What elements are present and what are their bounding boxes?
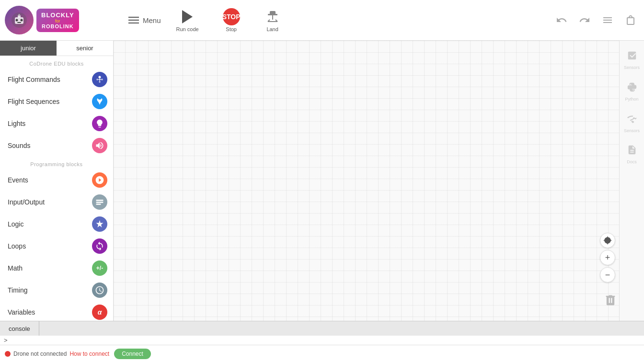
center-view-button[interactable] — [600, 233, 615, 248]
hamburger-icon — [128, 17, 139, 23]
python-label: Python — [625, 97, 638, 102]
console-tab[interactable]: console — [0, 321, 39, 336]
how-to-connect-link[interactable]: How to connect — [69, 351, 109, 357]
svg-point-15 — [101, 79, 103, 80]
menu-lines-button[interactable] — [599, 11, 616, 29]
sidebar-tabs: junior senior — [0, 41, 113, 56]
logo-blockly-text: BLOCKLY — [41, 11, 74, 19]
bag-button[interactable] — [622, 11, 639, 29]
stop-label: Stop — [226, 26, 237, 32]
math-icon: +/- — [92, 260, 107, 276]
flight-commands-label: Flight Commands — [8, 76, 60, 83]
sidebar-item-math[interactable]: Math +/- — [0, 257, 113, 279]
status-dot — [5, 351, 11, 357]
stop-button[interactable]: STOP Stop — [218, 6, 245, 34]
sounds-icon — [92, 138, 107, 153]
sidebar-item-events[interactable]: Events — [0, 169, 113, 191]
land-button[interactable]: Land — [259, 6, 286, 34]
sensors-label: Sensors — [624, 65, 640, 70]
logo-for-text: for — [55, 19, 60, 23]
zoom-out-icon: − — [605, 270, 610, 280]
svg-point-13 — [99, 76, 101, 79]
flight-sequences-icon — [92, 94, 107, 109]
sidebar-item-lights[interactable]: Lights — [0, 113, 113, 135]
console-input[interactable] — [11, 337, 640, 344]
zoom-in-button[interactable]: + — [600, 250, 615, 265]
land-label: Land — [266, 26, 278, 32]
sidebar-item-timing[interactable]: Timing — [0, 279, 113, 301]
right-panel-docs-button[interactable]: Docs — [620, 139, 644, 170]
docs-label: Docs — [627, 159, 637, 165]
trash-button[interactable] — [604, 293, 617, 311]
right-panel-sensors2-button[interactable]: Sensors — [620, 108, 644, 139]
console-tabs: console — [0, 321, 644, 336]
events-label: Events — [8, 176, 28, 184]
docs-icon — [627, 145, 637, 158]
zoom-controls: + − — [600, 233, 615, 283]
math-label: Math — [8, 264, 23, 272]
sidebar-item-logic[interactable]: Logic — [0, 213, 113, 235]
svg-point-16 — [99, 81, 100, 82]
logic-label: Logic — [8, 220, 23, 228]
loops-icon — [92, 238, 107, 254]
sensors-icon — [627, 50, 637, 64]
stop-text: STOP — [222, 13, 241, 21]
right-panel-sensors-button[interactable]: Sensors — [620, 45, 644, 76]
zoom-in-icon: + — [605, 253, 610, 263]
redo-button[interactable] — [576, 11, 593, 29]
input-output-label: Input/Output — [8, 198, 45, 206]
python-icon — [627, 82, 637, 95]
drone-status: Drone not connected How to connect — [5, 351, 109, 357]
main-area: junior senior CoDrone EDU blocks Flight … — [0, 41, 644, 321]
logo-robot-icon — [5, 6, 34, 34]
run-code-button[interactable]: Run code — [172, 6, 204, 34]
sounds-label: Sounds — [8, 142, 30, 149]
sidebar-item-loops[interactable]: Loops — [0, 235, 113, 257]
sensors2-icon — [627, 113, 637, 127]
toolbar: BLOCKLY for ROBOLINK Menu Run code STOP … — [0, 0, 644, 41]
tab-senior[interactable]: senior — [57, 41, 113, 56]
logo-robolink-text: ROBOLINK — [42, 23, 74, 29]
sidebar: junior senior CoDrone EDU blocks Flight … — [0, 41, 114, 321]
svg-rect-21 — [96, 204, 101, 205]
variables-symbol: α — [98, 308, 102, 316]
cadrone-section-label: CoDrone EDU blocks — [0, 56, 113, 68]
stop-icon: STOP — [223, 8, 240, 25]
menu-button[interactable]: Menu — [123, 12, 167, 28]
sensors2-label: Sensors — [624, 128, 640, 134]
console-prompt: > — [4, 337, 8, 344]
sidebar-item-sounds[interactable]: Sounds — [0, 135, 113, 157]
input-output-icon — [92, 194, 107, 210]
right-panel-python-button[interactable]: Python — [620, 76, 644, 108]
run-icon — [179, 8, 196, 25]
undo-button[interactable] — [553, 11, 570, 29]
console-area: console > — [0, 321, 644, 345]
timing-icon — [92, 283, 107, 298]
status-bar: Drone not connected How to connect Conne… — [0, 345, 644, 362]
connect-button[interactable]: Connect — [114, 349, 151, 359]
tab-junior[interactable]: junior — [0, 41, 57, 56]
sidebar-item-input-output[interactable]: Input/Output — [0, 191, 113, 213]
sidebar-item-variables[interactable]: Variables α — [0, 301, 113, 321]
logo-blockly: BLOCKLY for ROBOLINK — [36, 9, 79, 32]
variables-label: Variables — [8, 308, 35, 316]
flight-commands-icon — [92, 72, 107, 87]
timing-label: Timing — [8, 286, 28, 294]
zoom-out-button[interactable]: − — [600, 267, 615, 283]
land-icon — [264, 8, 281, 25]
loops-label: Loops — [8, 242, 26, 250]
menu-label: Menu — [143, 16, 161, 24]
svg-rect-4 — [17, 22, 21, 23]
workspace[interactable]: + − — [114, 41, 644, 321]
logo-area: BLOCKLY for ROBOLINK — [5, 6, 118, 34]
svg-point-2 — [16, 19, 18, 22]
svg-point-3 — [21, 19, 23, 22]
sidebar-item-flight-sequences[interactable]: Flight Sequences — [0, 90, 113, 113]
console-input-area: > — [0, 336, 644, 345]
right-panel: Sensors Python Sensors — [619, 41, 644, 321]
flight-sequences-label: Flight Sequences — [8, 98, 59, 105]
programming-section-label: Programming blocks — [0, 157, 113, 169]
drone-not-connected-text: Drone not connected — [13, 351, 67, 357]
sidebar-item-flight-commands[interactable]: Flight Commands — [0, 68, 113, 90]
svg-point-6 — [18, 14, 20, 16]
